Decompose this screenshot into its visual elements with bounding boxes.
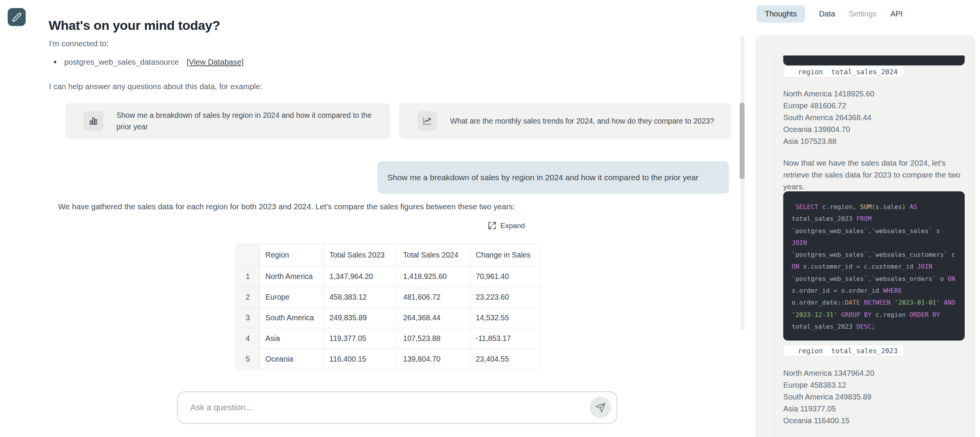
result-line: South America 264368.44 bbox=[783, 112, 874, 124]
table-cell: 5 bbox=[235, 349, 260, 370]
table-cell: 14,532.55 bbox=[470, 308, 541, 328]
question-composer bbox=[177, 391, 617, 424]
code-line: `postgres_web_sales`.`websales_sales` s bbox=[792, 225, 965, 237]
chat-scrollbar-track[interactable] bbox=[740, 36, 745, 330]
expand-table-button[interactable]: Expand bbox=[488, 221, 525, 230]
expand-icon bbox=[488, 221, 497, 230]
view-database-link[interactable]: [View Database] bbox=[186, 57, 243, 67]
table-row: 1North America1,347,964.201,418,925.6070… bbox=[235, 266, 541, 287]
table-cell: South America bbox=[260, 308, 324, 328]
table-cell: -11,853.17 bbox=[470, 328, 541, 349]
result-line: Oceania 139804.70 bbox=[783, 124, 874, 135]
table-cell: 1,418,925.60 bbox=[398, 266, 470, 287]
user-message-bubble: Show me a breakdown of sales by region i… bbox=[377, 161, 729, 194]
tab-settings[interactable]: Settings bbox=[849, 10, 877, 18]
table-header-cell: Change in Sales bbox=[470, 244, 541, 266]
table-cell: 481,606.72 bbox=[398, 287, 470, 308]
code-line: s.order_id = o.order_id WHERE bbox=[792, 285, 965, 297]
code-line: o.order_date::DATE BETWEEN '2023-01-01' … bbox=[792, 297, 965, 308]
result-columns-chip-2023: region total_sales_2023 bbox=[783, 345, 904, 357]
table-cell: Europe bbox=[260, 287, 324, 308]
page-title: What's on your mind today? bbox=[49, 18, 220, 33]
bar-chart-icon bbox=[83, 111, 103, 131]
table-cell: 3 bbox=[235, 308, 260, 328]
example-card-text: Show me a breakdown of sales by region i… bbox=[116, 109, 375, 132]
code-line: `postgres_web_sales`.`websales_customers… bbox=[792, 249, 965, 261]
tab-thoughts[interactable]: Thoughts bbox=[756, 5, 805, 23]
thoughts-timeline-line bbox=[774, 55, 775, 437]
datasource-name: postgres_web_sales_datasource bbox=[64, 57, 179, 67]
table-header-cell bbox=[235, 244, 260, 266]
result-line: Oceania 116400.15 bbox=[783, 415, 874, 427]
sql-code-block-clipped bbox=[783, 55, 965, 65]
sql-code-block-2023: SELECT c.region, SUM(s.sales) AStotal_sa… bbox=[783, 191, 965, 341]
table-cell: Oceania bbox=[260, 349, 324, 370]
table-cell: 119,377.05 bbox=[324, 328, 398, 349]
table-row: 5Oceania116,400.15139,804.7023,404.55 bbox=[235, 349, 541, 370]
code-line: ON s.customer_id = c.customer_id JOIN bbox=[792, 261, 965, 272]
table-cell: 107,523.88 bbox=[398, 328, 470, 349]
code-line: total_sales_2023 FROM bbox=[792, 213, 965, 225]
table-cell: Asia bbox=[260, 328, 324, 349]
new-chat-button[interactable] bbox=[8, 8, 26, 26]
table-header-cell: Total Sales 2023 bbox=[324, 244, 398, 266]
example-card-monthly-trends[interactable]: What are the monthly sales trends for 20… bbox=[399, 103, 731, 139]
result-line: North America 1418925.60 bbox=[783, 88, 874, 100]
assistant-message-text: We have gathered the sales data for each… bbox=[58, 202, 632, 211]
code-line: SELECT c.region, SUM(s.sales) AS bbox=[792, 201, 965, 213]
table-cell: 2 bbox=[235, 287, 260, 308]
ask-question-input[interactable] bbox=[189, 402, 590, 413]
query-results-2024: North America 1418925.60Europe 481606.72… bbox=[783, 88, 874, 147]
table-header-cell: Region bbox=[260, 244, 324, 266]
result-line: North America 1347964.20 bbox=[783, 367, 874, 379]
result-line: Asia 107523.88 bbox=[783, 135, 874, 147]
table-cell: 23,223.60 bbox=[470, 287, 541, 308]
result-line: Asia 119377.05 bbox=[783, 403, 874, 415]
result-line: Europe 481606.72 bbox=[783, 100, 874, 112]
table-cell: 1,347,964.20 bbox=[324, 266, 398, 287]
result-line: South America 249835.89 bbox=[783, 391, 874, 403]
line-chart-icon bbox=[417, 111, 437, 131]
app-window: What's on your mind today? I'm connected… bbox=[0, 0, 980, 437]
table-cell: 249,835.89 bbox=[324, 308, 398, 328]
table-header-row: RegionTotal Sales 2023Total Sales 2024Ch… bbox=[235, 244, 541, 266]
table-row: 4Asia119,377.05107,523.88-11,853.17 bbox=[235, 328, 541, 349]
table-cell: 4 bbox=[235, 328, 260, 349]
help-text: I can help answer any questions about th… bbox=[49, 82, 262, 91]
datasource-row: • postgres_web_sales_datasource [View Da… bbox=[54, 57, 243, 67]
table-cell: 458,383.12 bbox=[324, 287, 398, 308]
table-cell: North America bbox=[260, 266, 324, 287]
table-cell: 264,368.44 bbox=[398, 308, 470, 328]
example-card-text: What are the monthly sales trends for 20… bbox=[450, 115, 714, 127]
query-results-2023: North America 1347964.20Europe 458383.12… bbox=[783, 367, 874, 427]
table-cell: 23,404.55 bbox=[470, 349, 541, 370]
table-row: 3South America249,835.89264,368.4414,532… bbox=[235, 308, 541, 328]
example-card-sales-by-region[interactable]: Show me a breakdown of sales by region i… bbox=[65, 103, 390, 139]
table-header-cell: Total Sales 2024 bbox=[398, 244, 470, 266]
table-row: 2Europe458,383.12481,606.7223,223.60 bbox=[235, 287, 541, 308]
code-line: `postgres_web_sales`.`websales_orders` o… bbox=[792, 273, 965, 285]
bullet-icon: • bbox=[54, 58, 57, 66]
chat-scrollbar-thumb[interactable] bbox=[740, 103, 745, 179]
table-cell: 1 bbox=[235, 266, 260, 287]
table-cell: 70,961.40 bbox=[470, 266, 541, 287]
right-panel-tabs: Thoughts Data Settings API bbox=[756, 5, 903, 23]
expand-label: Expand bbox=[500, 222, 525, 230]
user-message-text: Show me a breakdown of sales by region i… bbox=[387, 173, 698, 182]
sales-comparison-table: RegionTotal Sales 2023Total Sales 2024Ch… bbox=[235, 244, 541, 370]
thoughts-panel: region total_sales_2024 North America 14… bbox=[755, 35, 975, 437]
thoughts-note: Now that we have the sales data for 2024… bbox=[783, 157, 968, 192]
code-line: '2023-12-31' GROUP BY c.region ORDER BY bbox=[792, 309, 965, 321]
table-cell: 139,804.70 bbox=[398, 349, 470, 370]
result-line: Europe 458383.12 bbox=[783, 379, 874, 391]
send-button[interactable] bbox=[590, 397, 611, 418]
code-line: JOIN bbox=[792, 237, 965, 249]
result-columns-chip-2024: region total_sales_2024 bbox=[783, 66, 904, 78]
table-cell: 116,400.15 bbox=[324, 349, 398, 370]
tab-data[interactable]: Data bbox=[819, 10, 835, 18]
send-icon bbox=[595, 403, 606, 413]
connected-label: I'm connected to: bbox=[49, 39, 108, 48]
tab-api[interactable]: API bbox=[890, 10, 903, 18]
pencil-icon bbox=[12, 12, 22, 22]
code-line: total_sales_2023 DESC; bbox=[792, 321, 965, 333]
